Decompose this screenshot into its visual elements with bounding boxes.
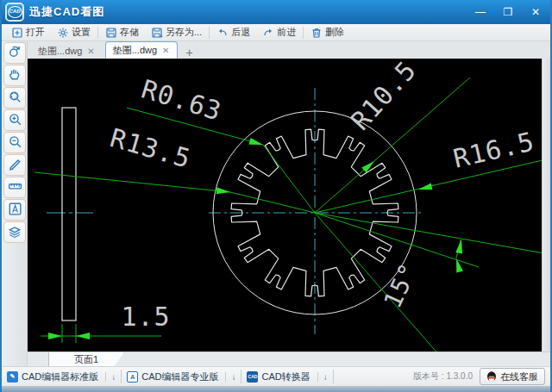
ruler-icon [8,179,22,196]
tab-close-icon[interactable]: ✕ [87,47,94,56]
status-bar: ✎CAD编辑器标准版↓ACAD编辑器专业版↓CADCAD转换器↓ 版本号 : 1… [2,366,550,386]
delete-icon [310,27,323,39]
download-icon[interactable]: ↓ [317,372,328,382]
dimension-arrow [417,184,432,193]
product-link-2[interactable]: ACAD编辑器专业版↓ [122,367,241,386]
dimension-arrow [48,333,62,339]
zoom-out-tool-button[interactable] [3,132,26,153]
online-support-button[interactable]: 在线客服 [480,368,545,385]
settings-icon [57,27,69,39]
document-tab-bar: 垫圈...dwg✕垫圈...dwg✕+ [28,41,552,59]
document-tab-2[interactable]: 垫圈...dwg✕ [105,41,178,59]
dimension-label: R16.5 [450,126,537,174]
dimension-arrow [249,138,265,148]
cad-canvas[interactable]: R0.63R13.5R10.5R16.515°1.5 [28,59,542,352]
dimension-line [263,145,315,213]
washer-side-view [62,108,76,320]
version-label: 版本号 : 1.3.0.0 [413,370,473,383]
toolbar-button-1[interactable]: 打开 [5,25,51,40]
dimension-label: R10.5 [345,59,423,136]
app-logo-icon: CAD [5,3,24,22]
dimension-label: R0.63 [138,73,225,126]
pan-icon [8,67,22,84]
text-icon [8,202,22,219]
zoom-out-icon [8,134,22,152]
layers-icon [8,224,22,241]
tool-sidebar [2,41,28,366]
back-icon [216,27,229,39]
zoom-in-icon [8,112,22,129]
app-window: CAD 迅捷CAD看图 — ❐ ✕ 打开设置存储另存为...后退前进删除 垫圈.… [0,0,552,392]
maximize-button[interactable]: ❐ [500,5,516,19]
open-icon [11,27,23,39]
converter-icon: CAD [247,371,258,383]
editor-std-icon: ✎ [7,371,18,383]
toolbar-button-7[interactable]: 删除 [304,25,350,40]
dimension-line [230,192,315,213]
page-tab-row: 页面1 [28,352,552,366]
measure-pen-tool-button[interactable] [3,154,26,176]
toolbar-button-6[interactable]: 前进 [256,25,302,40]
saveas-icon [151,27,163,39]
minimize-button[interactable]: — [473,5,488,19]
title-bar: CAD 迅捷CAD看图 — ❐ ✕ [2,0,550,24]
save-icon [105,27,117,39]
product-link-1[interactable]: ✎CAD编辑器标准版↓ [2,367,121,386]
tab-close-icon[interactable]: ✕ [162,46,169,55]
zoom-in-tool-button[interactable] [3,109,26,131]
dimension-label: R13.5 [107,122,194,174]
measure-pen-icon [8,157,22,174]
download-icon[interactable]: ↓ [105,372,116,382]
download-icon[interactable]: ↓ [225,372,235,382]
new-tab-button[interactable]: + [183,47,197,59]
layers-tool-button[interactable] [3,221,26,243]
rotate-view-icon [8,45,22,62]
product-link-3[interactable]: CADCAD转换器↓ [242,367,332,386]
document-tab-1[interactable]: 垫圈...dwg✕ [31,43,102,59]
app-logo-text: CAD [8,6,22,18]
toolbar-separator [303,27,304,39]
dimension-arrow [76,333,90,339]
qq-penguin-icon [486,371,497,383]
toolbar-button-3[interactable]: 存储 [99,25,145,40]
toolbar-button-5[interactable]: 后退 [210,25,256,40]
zoom-window-icon [8,90,22,107]
dimension-label: 15° [378,258,423,313]
dimension-line [34,172,230,192]
dimension-arrow [216,187,231,196]
dimension-label: 1.5 [121,302,170,332]
rotate-view-tool-button[interactable] [3,42,26,64]
forward-icon [262,27,274,39]
zoom-window-tool-button[interactable] [3,87,26,109]
dimension-line [315,213,542,255]
page-tab[interactable]: 页面1 [48,352,124,367]
toolbar-separator [97,27,98,39]
toolbar-separator [209,27,210,39]
editor-pro-icon: A [127,371,138,383]
main-toolbar: 打开设置存储另存为...后退前进删除 [2,24,550,41]
text-tool-button[interactable] [3,199,26,221]
pan-tool-button[interactable] [3,65,26,86]
toolbar-button-2[interactable]: 设置 [51,25,97,40]
toolbar-button-4[interactable]: 另存为... [145,25,208,40]
statusbar-separator [333,370,334,383]
window-bottom-edge [2,386,550,392]
canvas-scrollbar[interactable] [542,59,550,352]
window-title: 迅捷CAD看图 [29,4,104,20]
close-button[interactable]: ✕ [528,5,543,19]
ruler-tool-button[interactable] [3,177,26,198]
